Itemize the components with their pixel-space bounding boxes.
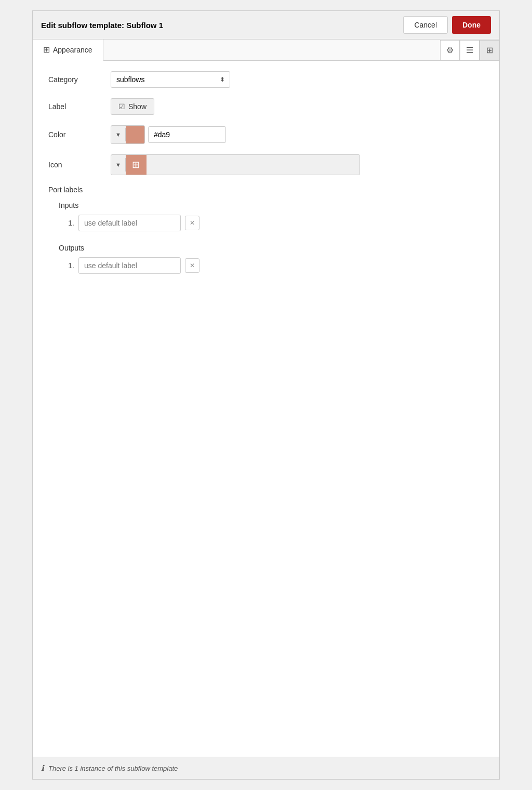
- color-dropdown-arrow: ▼: [111, 128, 126, 141]
- appearance-tab-label: Appearance: [53, 46, 92, 54]
- color-control: ▼: [111, 125, 360, 144]
- color-row-inner: ▼: [111, 125, 360, 144]
- category-select-wrapper: subflows ⬍: [111, 71, 230, 88]
- output-port-remove-1[interactable]: ✕: [185, 258, 200, 273]
- category-select[interactable]: subflows: [111, 71, 230, 88]
- subflow-tab-button[interactable]: ⊞: [480, 40, 499, 60]
- icon-row: Icon ▼ ⊞: [48, 154, 484, 175]
- outputs-title: Outputs: [59, 244, 200, 252]
- category-control: subflows ⬍: [111, 71, 360, 88]
- color-picker-button[interactable]: ▼: [111, 125, 145, 144]
- label-control: ☑ Show: [111, 98, 360, 115]
- show-button[interactable]: ☑ Show: [111, 98, 154, 115]
- dialog-footer: ℹ There is 1 instance of this subflow te…: [33, 757, 499, 779]
- appearance-tab-icon: ⊞: [43, 45, 50, 55]
- settings-tab-button[interactable]: ⚙: [440, 40, 460, 60]
- label-label: Label: [48, 102, 111, 111]
- remove-icon-output: ✕: [190, 262, 195, 269]
- input-port-number-1: 1.: [59, 219, 74, 227]
- output-port-field-1[interactable]: [78, 257, 181, 274]
- port-labels-section: Port labels Inputs 1. ✕ Outputs: [48, 186, 484, 286]
- tab-bar: ⊞ Appearance ⚙ ☰ ⊞: [33, 40, 499, 61]
- color-input[interactable]: [148, 126, 226, 143]
- description-icon: ☰: [466, 45, 473, 55]
- outputs-section: Outputs 1. ✕: [59, 244, 200, 278]
- dialog-title: Edit subflow template: Subflow 1: [41, 21, 163, 30]
- remove-icon: ✕: [190, 219, 195, 227]
- icon-preview-glyph: ⊞: [132, 159, 140, 170]
- inputs-title: Inputs: [59, 201, 200, 209]
- input-port-field-1[interactable]: [78, 215, 181, 231]
- header-buttons: Cancel Done: [403, 16, 491, 34]
- inputs-section: Inputs 1. ✕: [59, 201, 200, 235]
- footer-info-text: There is 1 instance of this subflow temp…: [48, 765, 178, 772]
- checkbox-checked-icon: ☑: [118, 102, 125, 111]
- content-area: Category subflows ⬍ Label ☑ Show: [33, 61, 499, 757]
- subflow-icon: ⊞: [486, 45, 493, 55]
- tab-appearance[interactable]: ⊞ Appearance: [33, 40, 103, 61]
- done-button[interactable]: Done: [452, 16, 491, 34]
- category-row: Category subflows ⬍: [48, 71, 484, 88]
- settings-icon: ⚙: [446, 45, 454, 55]
- output-port-row-1: 1. ✕: [59, 257, 200, 274]
- label-row: Label ☑ Show: [48, 98, 484, 115]
- show-button-label: Show: [128, 102, 147, 111]
- color-row: Color ▼: [48, 125, 484, 144]
- color-swatch: [126, 126, 144, 143]
- input-port-row-1: 1. ✕: [59, 215, 200, 231]
- output-port-number-1: 1.: [59, 261, 74, 270]
- cancel-button[interactable]: Cancel: [403, 16, 448, 34]
- category-label: Category: [48, 75, 111, 84]
- info-icon: ℹ: [41, 763, 44, 773]
- icon-dropdown-arrow: ▼: [111, 158, 126, 172]
- port-labels-title: Port labels: [48, 186, 83, 194]
- color-label: Color: [48, 130, 111, 139]
- icon-preview: ⊞: [126, 155, 147, 175]
- icon-picker-button[interactable]: ▼ ⊞: [111, 154, 360, 175]
- icon-label: Icon: [48, 161, 111, 169]
- tab-actions: ⚙ ☰ ⊞: [440, 40, 499, 60]
- icon-control: ▼ ⊞: [111, 154, 360, 175]
- input-port-remove-1[interactable]: ✕: [185, 216, 200, 230]
- dialog-header: Edit subflow template: Subflow 1 Cancel …: [33, 11, 499, 40]
- description-tab-button[interactable]: ☰: [460, 40, 480, 60]
